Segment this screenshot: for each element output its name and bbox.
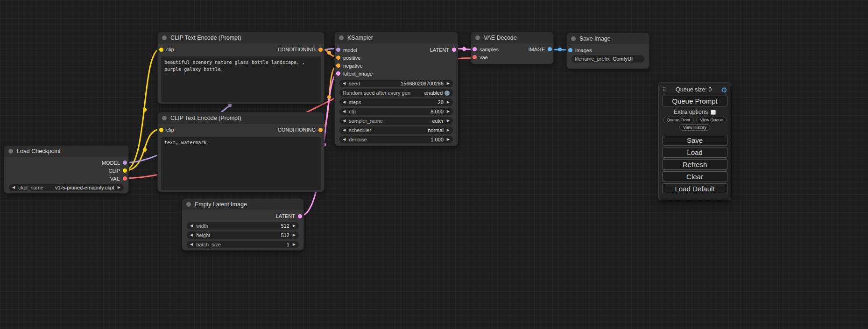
input-slot-vae[interactable] [473,55,477,59]
widget-value: 20 [438,99,444,105]
node-save-image-titlebar[interactable]: Save Image [567,33,649,44]
next-value-arrow-icon[interactable]: ▶ [447,119,450,123]
node-empty-latent-titlebar[interactable]: Empty Latent Image [182,199,303,210]
node-empty-latent-image[interactable]: Empty Latent Image LATENT ◀ width 512 ▶ … [182,198,304,251]
queue-size-label: Queue size: 0 [668,86,720,93]
input-slot-model[interactable] [336,48,340,52]
next-value-arrow-icon[interactable]: ▶ [293,224,296,228]
view-queue-button[interactable]: View Queue [696,117,727,123]
collapse-toggle-icon[interactable] [8,149,13,154]
view-history-button[interactable]: View History [679,124,710,131]
prev-value-arrow-icon[interactable]: ◀ [12,186,15,189]
widget-denoise[interactable]: ◀ denoise 1.000 ▶ [339,136,453,143]
refresh-button[interactable]: Refresh [662,159,727,170]
slot-row: model LATENT [335,46,458,54]
prev-value-arrow-icon[interactable]: ◀ [190,233,193,237]
prev-value-arrow-icon[interactable]: ◀ [343,128,346,132]
next-value-arrow-icon[interactable]: ▶ [447,82,450,85]
load-button[interactable]: Load [662,147,727,158]
output-slot-conditioning[interactable] [318,48,323,52]
widget-scheduler[interactable]: ◀ scheduler normal ▶ [339,126,453,134]
input-slot-negative[interactable] [336,63,340,68]
next-value-arrow-icon[interactable]: ▶ [447,128,450,132]
node-title: Save Image [579,35,611,42]
node-save-image[interactable]: Save Image images filename_prefix ComfyU… [566,33,649,69]
output-slot-clip[interactable] [123,168,127,173]
widget-value: 8.000 [430,109,444,114]
graph-canvas[interactable]: Load Checkpoint MODEL CLIP VAE [0,0,868,329]
input-slot-positive[interactable] [336,56,340,60]
node-ksampler[interactable]: KSampler model LATENT positive [334,32,458,146]
next-value-arrow-icon[interactable]: ▶ [293,243,296,246]
input-slot-latent-image[interactable] [336,71,340,76]
node-title: Empty Latent Image [195,201,247,208]
widget-batch-size[interactable]: ◀ batch_size 1 ▶ [187,241,299,248]
widget-steps[interactable]: ◀ steps 20 ▶ [339,98,453,106]
collapse-toggle-icon[interactable] [571,36,576,41]
node-clip-negative-titlebar[interactable]: CLIP Text Encode (Prompt) [158,112,324,124]
next-value-arrow-icon[interactable]: ▶ [118,186,120,189]
node-clip-positive-titlebar[interactable]: CLIP Text Encode (Prompt) [158,32,324,43]
prev-value-arrow-icon[interactable]: ◀ [190,224,193,228]
prev-value-arrow-icon[interactable]: ◀ [343,110,346,113]
next-value-arrow-icon[interactable]: ▶ [447,138,450,141]
widget-value: ComfyUI [613,56,633,62]
node-load-checkpoint[interactable]: Load Checkpoint MODEL CLIP VAE [4,145,129,194]
output-slot-conditioning[interactable] [318,128,323,132]
prev-value-arrow-icon[interactable]: ◀ [343,119,346,123]
drag-handle-icon[interactable]: ⠿ [662,86,666,93]
widget-width[interactable]: ◀ width 512 ▶ [187,222,299,230]
input-slot-clip[interactable] [159,128,163,132]
slot-row: images [567,46,649,54]
prompt-textarea[interactable]: beautiful scenery nature glass bottle la… [161,56,321,102]
queue-front-button[interactable]: Queue Front [663,117,694,123]
collapse-toggle-icon[interactable] [475,35,480,40]
collapse-toggle-icon[interactable] [162,35,167,40]
node-ksampler-titlebar[interactable]: KSampler [335,32,458,43]
widget-cfg[interactable]: ◀ cfg 8.000 ▶ [339,108,453,115]
output-slot-latent[interactable] [298,214,302,218]
node-clip-text-encode-positive[interactable]: CLIP Text Encode (Prompt) clip CONDITION… [157,32,325,104]
extra-options-checkbox[interactable] [711,110,716,115]
node-vae-decode[interactable]: VAE Decode samples IMAGE vae [471,32,554,64]
widget-seed[interactable]: ◀ seed 156680208700286 ▶ [339,80,453,87]
prev-value-arrow-icon[interactable]: ◀ [343,82,346,85]
link-midpoint-dot [327,51,331,55]
next-value-arrow-icon[interactable]: ▶ [447,100,450,104]
clear-button[interactable]: Clear [662,171,727,182]
node-vae-decode-titlebar[interactable]: VAE Decode [471,32,553,43]
next-value-arrow-icon[interactable]: ▶ [293,233,296,237]
widget-label: scheduler [349,127,371,133]
widget-filename-prefix[interactable]: filename_prefix ComfyUI [572,55,644,63]
queue-prompt-button[interactable]: Queue Prompt [662,96,727,106]
toggle-knob-icon[interactable] [445,91,450,96]
input-slot-images[interactable] [568,48,572,52]
collapse-toggle-icon[interactable] [186,202,191,207]
node-clip-text-encode-negative[interactable]: CLIP Text Encode (Prompt) clip CONDITION… [157,112,325,192]
load-default-button[interactable]: Load Default [662,183,727,194]
output-slot-vae[interactable] [123,176,127,181]
next-value-arrow-icon[interactable]: ▶ [447,110,450,113]
collapse-toggle-icon[interactable] [162,116,167,120]
input-slot-clip[interactable] [159,48,163,52]
prev-value-arrow-icon[interactable]: ◀ [343,138,346,141]
input-label-negative: negative [343,63,363,69]
widget-value: 1 [287,242,289,247]
widget-height[interactable]: ◀ height 512 ▶ [187,231,299,239]
widget-random-seed-toggle[interactable]: Random seed after every gen enabled [339,89,453,97]
prev-value-arrow-icon[interactable]: ◀ [190,243,193,246]
save-button[interactable]: Save [662,135,727,146]
output-slot-image[interactable] [548,47,552,51]
collapse-toggle-icon[interactable] [339,35,344,40]
node-load-checkpoint-titlebar[interactable]: Load Checkpoint [4,146,128,157]
output-slot-model[interactable] [123,161,127,165]
widget-ckpt-name[interactable]: ◀ ckpt_name v1-5-pruned-emaonly.ckpt ▶ [9,184,124,191]
prompt-textarea[interactable]: text, watermark [161,137,321,190]
output-slot-latent[interactable] [452,48,456,52]
slot-row: MODEL [4,159,128,167]
input-slot-samples[interactable] [473,47,477,51]
settings-gear-icon[interactable]: ⚙ [721,86,727,93]
prev-value-arrow-icon[interactable]: ◀ [343,100,346,104]
widget-sampler-name[interactable]: ◀ sampler_name euler ▶ [339,117,453,125]
widget-value: normal [428,127,444,133]
